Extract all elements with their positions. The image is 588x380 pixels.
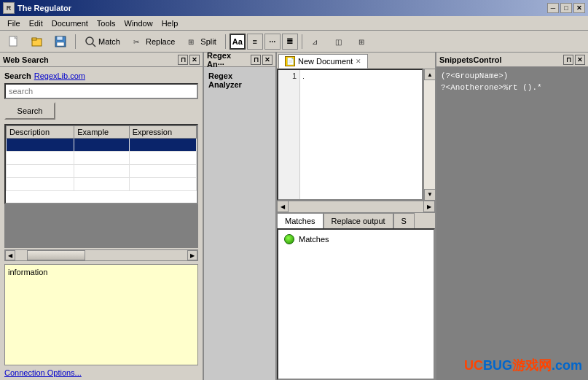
menu-file[interactable]: File bbox=[3, 18, 25, 29]
snippets-close-button[interactable]: ✕ bbox=[575, 55, 585, 65]
cell-desc bbox=[7, 178, 74, 191]
menu-edit[interactable]: Edit bbox=[25, 18, 47, 29]
menu-tools[interactable]: Tools bbox=[93, 18, 120, 29]
tab-replace-output[interactable]: Replace output bbox=[324, 213, 393, 229]
svg-line-8 bbox=[93, 44, 95, 47]
new-button[interactable] bbox=[3, 33, 25, 50]
app-title: The Regulator bbox=[17, 4, 547, 12]
extra-icon-1: ⊿ bbox=[311, 36, 323, 47]
editor-area[interactable] bbox=[300, 70, 422, 199]
web-search-close-button[interactable]: ✕ bbox=[189, 55, 200, 65]
open-icon bbox=[31, 36, 43, 47]
scroll-thumb[interactable] bbox=[27, 250, 85, 260]
cell-desc bbox=[7, 165, 74, 178]
matches-label: Matches bbox=[299, 235, 329, 244]
horizontal-scrollbar[interactable]: ◀ ▶ bbox=[4, 249, 198, 261]
save-button[interactable] bbox=[50, 33, 71, 50]
title-bar: R The Regulator ─ □ ✕ bbox=[0, 0, 588, 16]
scroll-track[interactable] bbox=[424, 80, 435, 189]
search-button[interactable]: Search bbox=[4, 102, 55, 120]
web-search-pin-button[interactable]: ⊓ bbox=[178, 55, 188, 65]
line-numbers: 1 bbox=[278, 70, 300, 199]
format-aa-button[interactable]: Aa bbox=[230, 34, 246, 50]
search-label-row: Search RegexLib.com bbox=[4, 71, 198, 80]
menu-bar: File Edit Document Tools Window Help bbox=[0, 16, 588, 31]
menu-document[interactable]: Document bbox=[47, 18, 93, 29]
format-grid-button[interactable]: ≣ bbox=[282, 34, 298, 50]
svg-text:⊞: ⊞ bbox=[188, 38, 194, 46]
table-row[interactable] bbox=[7, 165, 197, 178]
search-label: Search bbox=[4, 71, 31, 80]
match-button[interactable]: Match bbox=[79, 33, 125, 50]
separator-3 bbox=[302, 34, 302, 49]
scroll-right-arrow[interactable]: ▶ bbox=[187, 250, 197, 260]
match-icon bbox=[85, 36, 96, 47]
replace-icon: ✂ bbox=[132, 36, 144, 47]
extra-btn-3[interactable]: ⊞ bbox=[353, 33, 375, 50]
scroll-down-arrow[interactable]: ▼ bbox=[424, 189, 436, 201]
split-icon: ⊞ bbox=[187, 36, 198, 47]
results-table: Description Example Expression bbox=[6, 125, 197, 191]
svg-text:✂: ✂ bbox=[133, 38, 139, 46]
format-dots-button[interactable]: ··· bbox=[264, 34, 281, 50]
cell-expr bbox=[129, 139, 196, 152]
snippet-item-2[interactable]: ?<Anotherone>%rt ().* bbox=[441, 83, 584, 92]
table-row[interactable] bbox=[7, 178, 197, 191]
col-description: Description bbox=[7, 126, 74, 139]
tab-s[interactable]: S bbox=[393, 213, 415, 229]
extra-icon-2: ◫ bbox=[334, 36, 346, 47]
regex-analyzer-panel: Regex An··· ⊓ ✕ Regex Analyzer bbox=[204, 53, 277, 380]
results-table-container: Description Example Expression bbox=[4, 124, 198, 204]
scroll-left-doc-arrow[interactable]: ◀ bbox=[277, 201, 289, 212]
extra-btn-2[interactable]: ◫ bbox=[329, 33, 351, 50]
svg-text:⊿: ⊿ bbox=[312, 38, 318, 46]
snippet-item-1[interactable]: (?<GroupName>) bbox=[441, 71, 584, 80]
snippets-content: (?<GroupName>) ?<Anotherone>%rt ().* bbox=[436, 67, 588, 96]
horizontal-doc-scrollbar[interactable]: ◀ ▶ bbox=[277, 201, 435, 212]
scroll-left-arrow[interactable]: ◀ bbox=[5, 250, 15, 260]
split-button[interactable]: ⊞ Split bbox=[181, 33, 221, 50]
search-input[interactable] bbox=[4, 83, 198, 99]
menu-window[interactable]: Window bbox=[120, 18, 157, 29]
format-lines-button[interactable]: ≡ bbox=[247, 34, 263, 50]
regex-analyzer-content: Regex Analyzer bbox=[204, 67, 275, 380]
save-icon bbox=[55, 36, 66, 47]
menu-help[interactable]: Help bbox=[157, 18, 183, 29]
scroll-right-doc-arrow[interactable]: ▶ bbox=[423, 201, 435, 212]
minimize-button[interactable]: ─ bbox=[547, 3, 559, 13]
connection-options-link[interactable]: Connection Options... bbox=[4, 368, 198, 377]
scroll-up-arrow[interactable]: ▲ bbox=[424, 69, 436, 80]
tab-close-button[interactable]: ✕ bbox=[356, 58, 361, 65]
extra-btn-1[interactable]: ⊿ bbox=[306, 33, 328, 50]
regex-analyzer-pin-button[interactable]: ⊓ bbox=[251, 55, 261, 65]
web-search-titlebar: Web Search ⊓ ✕ bbox=[0, 53, 203, 67]
maximize-button[interactable]: □ bbox=[560, 3, 572, 13]
snippets-pin-button[interactable]: ⊓ bbox=[563, 55, 573, 65]
snippets-title: SnippetsControl bbox=[439, 55, 562, 64]
split-label: Split bbox=[200, 37, 216, 46]
replace-button[interactable]: ✂ Replace bbox=[127, 33, 180, 50]
web-search-title: Web Search bbox=[3, 55, 176, 64]
open-button[interactable] bbox=[26, 33, 48, 50]
window-controls: ─ □ ✕ bbox=[547, 3, 585, 13]
cell-desc bbox=[7, 152, 74, 165]
cell-example bbox=[74, 152, 129, 165]
toolbar: Match ✂ Replace ⊞ Split Aa ≡ ··· ≣ ⊿ ◫ ⊞ bbox=[0, 31, 588, 53]
tab-matches[interactable]: Matches bbox=[277, 213, 324, 229]
cell-example bbox=[74, 139, 129, 152]
svg-text:⊞: ⊞ bbox=[358, 38, 364, 46]
vertical-scrollbar[interactable]: ▲ ▼ bbox=[423, 69, 435, 201]
regex-analyzer-close-button[interactable]: ✕ bbox=[262, 55, 273, 65]
close-button[interactable]: ✕ bbox=[573, 3, 585, 13]
svg-point-7 bbox=[86, 37, 93, 44]
info-area: information bbox=[4, 264, 198, 365]
table-row[interactable] bbox=[7, 139, 197, 152]
regex-analyzer-titlebar: Regex An··· ⊓ ✕ bbox=[204, 53, 275, 67]
regex-analyzer-label: Regex Analyzer bbox=[208, 71, 242, 89]
col-expression: Expression bbox=[129, 126, 196, 139]
tab-new-document[interactable]: 📄 New Document ✕ bbox=[278, 54, 368, 69]
table-row[interactable] bbox=[7, 152, 197, 165]
svg-text:◫: ◫ bbox=[335, 38, 342, 46]
doc-editor[interactable]: 1 bbox=[277, 69, 423, 201]
regexlib-link[interactable]: RegexLib.com bbox=[34, 71, 85, 80]
